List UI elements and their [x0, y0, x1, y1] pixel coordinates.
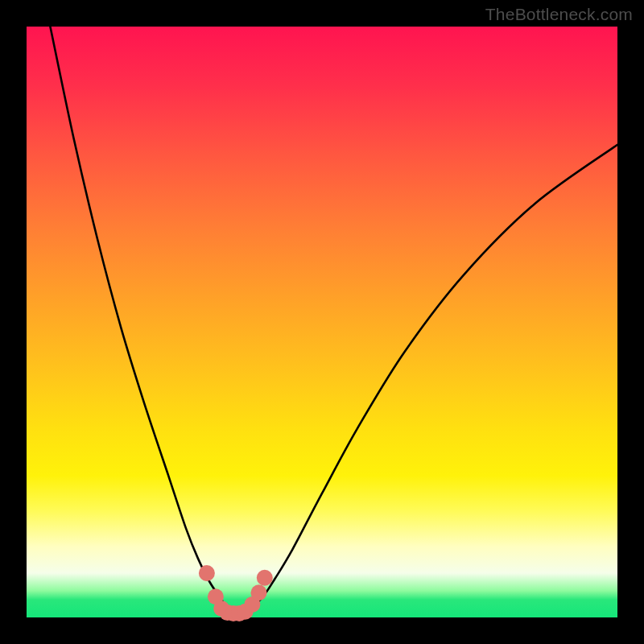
- highlight-markers: [199, 565, 273, 621]
- chart-frame: TheBottleneck.com: [0, 0, 644, 644]
- marker-dot: [251, 584, 267, 601]
- watermark-text: TheBottleneck.com: [485, 5, 633, 24]
- bottleneck-curve: [50, 27, 617, 613]
- curve-path-group: [50, 27, 617, 613]
- marker-dot: [199, 565, 215, 581]
- chart-svg: [27, 27, 617, 617]
- marker-dot: [257, 570, 273, 586]
